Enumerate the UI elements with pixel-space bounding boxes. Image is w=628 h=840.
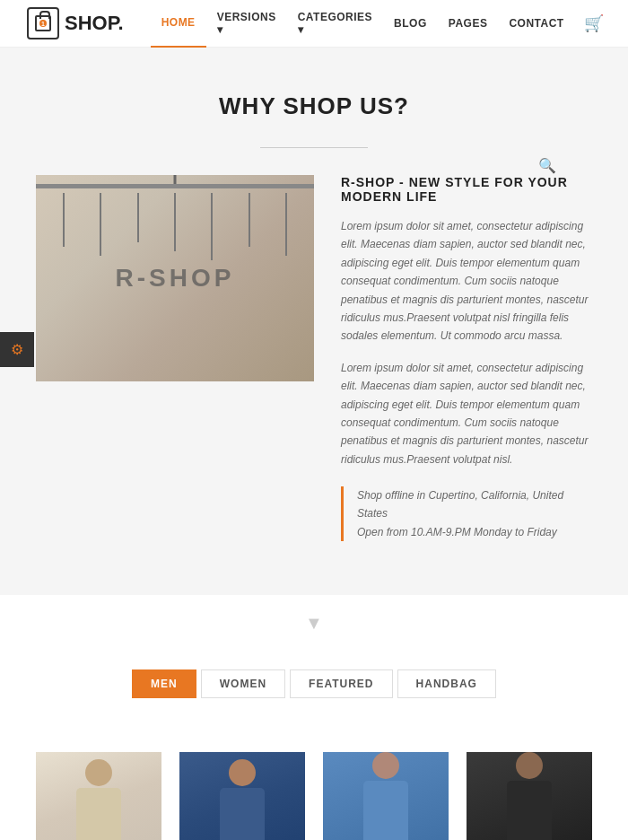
logo-badge: 1 — [39, 20, 47, 27]
nav-pages[interactable]: PAGES — [438, 0, 499, 48]
chevron-down-icon: ▼ — [305, 613, 323, 634]
product-card: Black Rebel Leather Jacket $124 — [467, 752, 592, 840]
hero-text: R-SHOP - NEW STYLE FOR YOUR MODERN LIFE … — [341, 175, 592, 541]
product-tabs: MEN WOMEN FEATURED HANDBAG — [36, 669, 592, 698]
nav-categories[interactable]: CATEGORIES ▾ — [287, 0, 383, 48]
search-icon[interactable]: 🔍 — [538, 157, 556, 174]
hanger — [100, 193, 101, 256]
person-head — [516, 752, 543, 779]
hero-paragraph-2: Lorem ipsum dolor sit amet, consectetur … — [341, 359, 592, 468]
nav-links: HOME VERSIONS ▾ CATEGORIES ▾ BLOG PAGES … — [151, 0, 575, 48]
logo[interactable]: 1 SHOP. — [27, 7, 124, 39]
blockquote-line-1: Shop offline in Cupertino, California, U… — [357, 489, 563, 520]
cart-icon[interactable]: 🛒 — [584, 13, 604, 33]
gear-icon: ⚙ — [11, 342, 23, 357]
shop-label: R-SHOP — [116, 264, 235, 293]
person-head — [229, 759, 256, 786]
hero-image: R-SHOP — [36, 175, 314, 381]
chevron-section: ▼ — [0, 595, 628, 652]
person-head — [85, 759, 112, 786]
person-head — [372, 752, 399, 779]
hanger — [137, 193, 139, 242]
logo-icon: 1 — [27, 7, 59, 39]
product-image-4[interactable] — [467, 752, 592, 840]
blockquote-line-2: Open from 10.AM-9.PM Monday to Friday — [357, 526, 557, 538]
hangers — [36, 188, 314, 260]
divider-line — [260, 147, 368, 148]
settings-button[interactable]: ⚙ — [0, 332, 34, 367]
person-body — [507, 781, 552, 840]
nav-blog[interactable]: BLOG — [383, 0, 438, 48]
tabs-section: MEN WOMEN FEATURED HANDBAG — [0, 652, 628, 752]
hanger — [249, 193, 250, 247]
hero-blockquote: Shop offline in Cupertino, California, U… — [341, 486, 592, 541]
logo-bag: 1 — [35, 15, 51, 31]
person-body — [363, 781, 408, 840]
nav-contact[interactable]: CONTACT — [498, 0, 574, 48]
hanger — [63, 193, 65, 247]
nav-versions[interactable]: VERSIONS ▾ — [206, 0, 287, 48]
person-silhouette — [211, 759, 274, 840]
person-body — [220, 788, 265, 840]
hanger — [211, 193, 213, 260]
tab-men[interactable]: MEN — [132, 669, 196, 698]
hanger — [285, 193, 287, 256]
products-grid: Boss Green $500 $1200.55 Blue Leather Ja… — [0, 752, 628, 840]
product-image-3[interactable] — [323, 752, 449, 840]
nav-home[interactable]: HOME — [151, 0, 206, 48]
person-body — [76, 788, 121, 840]
logo-text: SHOP. — [65, 12, 124, 35]
person-silhouette — [498, 752, 561, 840]
hero-paragraph-1: Lorem ipsum dolor sit amet, consectetur … — [341, 217, 592, 346]
tab-handbag[interactable]: HANDBAG — [397, 669, 496, 698]
hanger — [174, 193, 176, 251]
hero-divider — [36, 147, 592, 148]
tab-featured[interactable]: FEATURED — [290, 669, 392, 698]
hero-title: WHY SHOP US? — [36, 92, 592, 120]
hero-section: WHY SHOP US? 🔍 — [0, 48, 628, 595]
person-silhouette — [354, 752, 417, 840]
person-silhouette — [67, 759, 130, 840]
navbar: 1 SHOP. HOME VERSIONS ▾ CATEGORIES ▾ BLO… — [0, 0, 628, 48]
product-card: Blue Leather Jacket $87 — [179, 752, 305, 840]
hero-image-inner: R-SHOP — [36, 175, 314, 381]
product-card: Boss Green $500 $1200.55 — [36, 752, 161, 840]
hero-wrapper: WHY SHOP US? 🔍 — [0, 48, 628, 595]
product-image-1[interactable] — [36, 752, 161, 840]
product-card: Blue Jacket & Stripe Tee $340 — [323, 752, 449, 840]
product-image-2[interactable] — [179, 752, 305, 840]
section-title: R-SHOP - NEW STYLE FOR YOUR MODERN LIFE — [341, 175, 592, 204]
tab-women[interactable]: WOMEN — [201, 669, 285, 698]
hero-content: R-SHOP R-SHOP - NEW STYLE FOR YOUR MODER… — [36, 175, 592, 541]
